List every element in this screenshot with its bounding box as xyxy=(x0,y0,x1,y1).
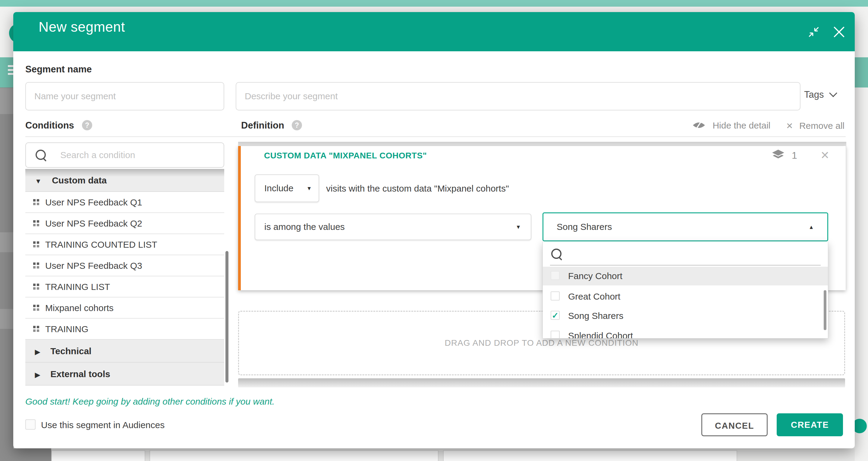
segment-name-label: Segment name xyxy=(25,64,92,75)
drag-handle-icon[interactable] xyxy=(33,199,39,206)
drag-handle-icon[interactable] xyxy=(33,284,39,290)
hide-detail-label: Hide the detail xyxy=(712,120,770,130)
modal-title: New segment xyxy=(38,19,125,35)
value-select-label: Song Sharers xyxy=(557,222,612,232)
operator-select[interactable]: is among the values ▾ xyxy=(255,213,531,240)
condition-item[interactable]: User NPS Feedback Q2 xyxy=(25,213,224,234)
condition-item[interactable]: Mixpanel cohorts xyxy=(25,297,224,319)
background-row xyxy=(0,88,13,114)
background-row xyxy=(0,232,13,252)
layer-count: 1 xyxy=(792,150,797,161)
add-drop-hint: DRAG AND DROP TO ADD A NEW CONDITION xyxy=(445,338,639,348)
condition-close-icon[interactable]: ✕ xyxy=(820,149,830,162)
dropdown-option[interactable]: Fancy Cohort xyxy=(543,267,828,285)
background-card xyxy=(51,450,145,461)
caret-down-icon: ▾ xyxy=(307,175,311,202)
condition-search-input[interactable] xyxy=(60,150,212,161)
search-icon xyxy=(36,150,46,160)
caret-up-icon: ▴ xyxy=(809,213,813,240)
remove-all-label: Remove all xyxy=(799,121,844,131)
drag-handle-icon[interactable] xyxy=(33,241,39,248)
segment-description-input[interactable] xyxy=(236,82,801,110)
definition-horizontal-scrollbar[interactable] xyxy=(238,378,845,387)
eye-slash-icon xyxy=(692,120,706,130)
operator-label: is among the values xyxy=(264,222,345,232)
condition-item-label: TRAINING LIST xyxy=(45,282,110,292)
include-select[interactable]: Include ▾ xyxy=(255,174,319,202)
conditions-help-icon[interactable]: ? xyxy=(82,120,92,130)
hide-detail-button[interactable]: Hide the detail xyxy=(692,120,770,131)
drag-handle-icon[interactable] xyxy=(33,220,39,227)
system-top-bar xyxy=(0,0,868,7)
background-dimmed-content xyxy=(0,87,13,461)
option-label: Great Cohort xyxy=(568,291,620,302)
segment-name-input[interactable] xyxy=(25,82,224,110)
dropdown-scrollbar[interactable] xyxy=(824,290,827,330)
checkbox-checked[interactable]: ✓ xyxy=(551,311,560,320)
checkbox-unchecked[interactable] xyxy=(551,271,560,280)
condition-item[interactable]: User NPS Feedback Q3 xyxy=(25,255,224,276)
dropdown-option[interactable]: ✓ Song Sharers xyxy=(543,307,828,325)
audiences-label: Use this segment in Audiences xyxy=(41,420,164,430)
dropdown-option[interactable]: Splendid Cohort xyxy=(543,326,828,339)
condition-search-box xyxy=(25,142,224,168)
group-technical[interactable]: ▶ Technical xyxy=(25,340,224,363)
group-label: External tools xyxy=(50,369,110,379)
condition-item-label: User NPS Feedback Q2 xyxy=(45,219,142,228)
close-icon[interactable] xyxy=(832,25,846,39)
condition-item[interactable]: TRAINING LIST xyxy=(25,276,224,297)
layers-icon xyxy=(772,149,785,161)
caret-right-icon: ▶ xyxy=(35,371,40,379)
screen: New segment Segment name Tags Conditions… xyxy=(0,0,868,461)
condition-item[interactable]: TRAINING COUNTED LIST xyxy=(25,234,224,255)
collapse-icon[interactable] xyxy=(807,25,820,39)
condition-item-label: User NPS Feedback Q1 xyxy=(45,197,142,207)
divider xyxy=(550,265,821,265)
value-select[interactable]: Song Sharers ▴ xyxy=(542,212,828,241)
create-button[interactable]: CREATE xyxy=(777,413,843,436)
background-card xyxy=(150,450,438,461)
condition-item-label: User NPS Feedback Q3 xyxy=(45,261,142,270)
collapse-icon-svg xyxy=(807,25,820,39)
audiences-checkbox[interactable] xyxy=(25,420,36,430)
modal-header xyxy=(13,12,855,51)
close-icon-svg xyxy=(832,25,846,39)
drag-handle-icon[interactable] xyxy=(33,326,39,333)
checkbox-unchecked[interactable] xyxy=(551,331,560,339)
condition-item[interactable]: User NPS Feedback Q1 xyxy=(25,192,224,213)
background-card xyxy=(443,450,737,461)
value-dropdown-panel: Fancy Cohort Great Cohort ✓ Song Sharers… xyxy=(542,241,828,339)
group-custom-data[interactable]: ▼ Custom data xyxy=(25,169,224,192)
tags-dropdown[interactable]: Tags xyxy=(804,89,849,103)
cancel-button[interactable]: CANCEL xyxy=(701,413,768,436)
group-label: Technical xyxy=(50,346,91,356)
remove-all-button[interactable]: ✕ Remove all xyxy=(786,121,844,131)
include-label: Include xyxy=(264,183,293,193)
caret-down-icon: ▼ xyxy=(35,177,41,185)
definition-help-icon[interactable]: ? xyxy=(292,120,302,130)
dropdown-search-input[interactable] xyxy=(569,248,806,259)
condition-item[interactable]: TRAINING xyxy=(25,319,224,340)
group-external-tools[interactable]: ▶ External tools xyxy=(25,363,224,385)
condition-card-title: CUSTOM DATA "MIXPANEL COHORTS" xyxy=(264,151,427,161)
layer-count-button[interactable]: 1 xyxy=(772,149,805,164)
dropdown-option[interactable]: Great Cohort xyxy=(543,287,828,306)
conditions-list: ▼ Custom data User NPS Feedback Q1 User … xyxy=(25,169,224,385)
definition-title: Definition xyxy=(241,120,284,131)
option-label: Splendid Cohort xyxy=(568,331,633,339)
drag-handle-icon[interactable] xyxy=(33,305,39,311)
encouragement-hint: Good start! Keep going by adding other c… xyxy=(25,397,275,407)
group-label: Custom data xyxy=(52,175,107,185)
remove-all-x-icon: ✕ xyxy=(786,121,793,131)
search-icon xyxy=(551,249,561,259)
conditions-title: Conditions xyxy=(25,120,74,131)
conditions-scrollbar[interactable] xyxy=(225,251,228,382)
condition-item-label: TRAINING COUNTED LIST xyxy=(45,239,157,250)
caret-down-icon: ▾ xyxy=(517,214,520,239)
chevron-down-icon xyxy=(830,89,838,97)
drag-handle-icon[interactable] xyxy=(33,262,39,269)
checkbox-unchecked[interactable] xyxy=(551,291,560,300)
condition-item-label: TRAINING xyxy=(45,324,88,334)
option-label: Fancy Cohort xyxy=(568,271,622,281)
condition-description: visits with the custom data "Mixpanel co… xyxy=(326,183,509,194)
